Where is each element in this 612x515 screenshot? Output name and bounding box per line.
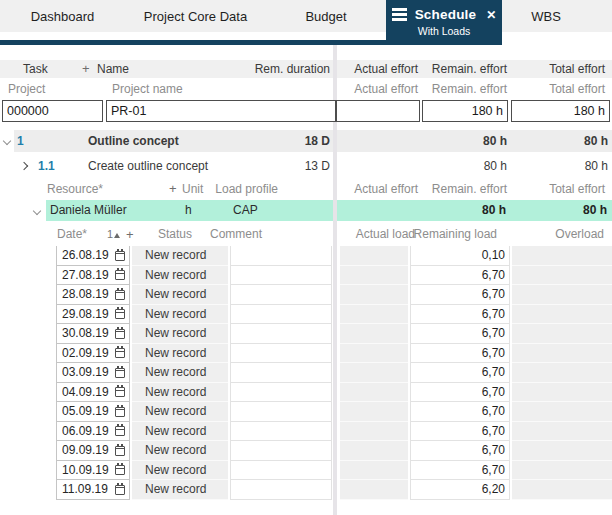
- remaining-load-cell[interactable]: 6,70: [410, 402, 510, 422]
- date-cell[interactable]: 30.08.19: [56, 324, 130, 344]
- comment-cell[interactable]: [230, 461, 332, 481]
- remaining-load-cell[interactable]: 6,70: [410, 461, 510, 481]
- add-column-icon[interactable]: +: [126, 224, 134, 245]
- comment-cell[interactable]: [230, 441, 332, 461]
- calendar-icon[interactable]: [115, 465, 125, 475]
- calendar-icon[interactable]: [115, 251, 125, 261]
- load-row[interactable]: 09.09.19 New record 6,70: [0, 441, 612, 461]
- load-row[interactable]: 06.09.19 New record 6,70: [0, 422, 612, 442]
- calendar-icon[interactable]: [115, 407, 125, 417]
- resource-remain-effort: 80 h: [482, 200, 506, 221]
- load-row[interactable]: 11.09.19 New record 6,20: [0, 480, 612, 500]
- tab-schedule-active[interactable]: Schedule ✕ With Loads: [386, 0, 502, 45]
- load-row[interactable]: 10.09.19 New record 6,70: [0, 461, 612, 481]
- comment-cell[interactable]: [230, 266, 332, 286]
- close-icon[interactable]: ✕: [486, 8, 496, 22]
- date-cell[interactable]: 10.09.19: [56, 461, 130, 481]
- comment-cell[interactable]: [230, 402, 332, 422]
- task-row-1[interactable]: 1 Outline concept 18 D 80 h 80 h: [0, 130, 612, 152]
- project-total-effort-field[interactable]: [511, 100, 610, 122]
- date-cell[interactable]: 29.08.19: [56, 305, 130, 325]
- calendar-icon[interactable]: [115, 426, 125, 436]
- actual-load-cell: [340, 285, 408, 305]
- comment-cell[interactable]: [230, 480, 332, 500]
- calendar-icon[interactable]: [115, 348, 125, 358]
- calendar-icon[interactable]: [115, 368, 125, 378]
- calendar-icon[interactable]: [115, 270, 125, 280]
- date-cell[interactable]: 03.09.19: [56, 363, 130, 383]
- load-row[interactable]: 27.08.19 New record 6,70: [0, 266, 612, 286]
- resource-row-selected[interactable]: Daniela Müller h CAP 80 h 80 h: [0, 200, 612, 221]
- tab-budget[interactable]: Budget: [266, 0, 386, 32]
- load-row[interactable]: 05.09.19 New record 6,70: [0, 402, 612, 422]
- task-rem-duration: 18 D: [305, 130, 330, 152]
- col-actual-effort-label: Actual effort: [354, 80, 418, 98]
- menu-icon[interactable]: [392, 8, 407, 21]
- resource-header-row: Resource* + Unit Load profile Actual eff…: [0, 180, 612, 198]
- calendar-icon[interactable]: [115, 329, 125, 339]
- load-row[interactable]: 29.08.19 New record 6,70: [0, 305, 612, 325]
- project-actual-effort-field[interactable]: [336, 100, 420, 122]
- load-row[interactable]: 04.09.19 New record 6,70: [0, 383, 612, 403]
- col-status-label: Status: [158, 224, 192, 245]
- load-row[interactable]: 30.08.19 New record 6,70: [0, 324, 612, 344]
- calendar-icon[interactable]: [115, 309, 125, 319]
- comment-cell[interactable]: [230, 246, 332, 266]
- date-cell[interactable]: 11.09.19: [56, 480, 130, 500]
- tab-dashboard[interactable]: Dashboard: [0, 0, 125, 32]
- date-cell[interactable]: 09.09.19: [56, 441, 130, 461]
- col-total-effort-label: Total effort: [549, 80, 605, 98]
- chevron-right-icon[interactable]: [20, 162, 28, 170]
- load-row[interactable]: 03.09.19 New record 6,70: [0, 363, 612, 383]
- schedule-with-loads-screen: Dashboard Project Core Data Budget Sched…: [0, 0, 612, 515]
- remaining-load-cell[interactable]: 6,70: [410, 441, 510, 461]
- calendar-icon[interactable]: [115, 446, 125, 456]
- remaining-load-cell[interactable]: 0,10: [410, 246, 510, 266]
- comment-cell[interactable]: [230, 285, 332, 305]
- comment-cell[interactable]: [230, 305, 332, 325]
- comment-cell[interactable]: [230, 324, 332, 344]
- remaining-load-cell[interactable]: 6,70: [410, 324, 510, 344]
- tab-wbs[interactable]: WBS: [502, 0, 590, 32]
- remaining-load-cell[interactable]: 6,70: [410, 266, 510, 286]
- comment-cell[interactable]: [230, 344, 332, 364]
- add-column-icon[interactable]: +: [82, 60, 90, 78]
- load-row[interactable]: 26.08.19 New record 0,10: [0, 246, 612, 266]
- remaining-load-cell[interactable]: 6,20: [410, 480, 510, 500]
- task-row-1-1[interactable]: 1.1 Create outline concept 13 D 80 h 80 …: [0, 157, 612, 176]
- date-cell[interactable]: 28.08.19: [56, 285, 130, 305]
- project-remain-effort-field[interactable]: [422, 100, 508, 122]
- load-row[interactable]: 28.08.19 New record 6,70: [0, 285, 612, 305]
- calendar-icon[interactable]: [115, 290, 125, 300]
- chevron-down-icon[interactable]: [33, 207, 41, 215]
- remaining-load-cell[interactable]: 6,70: [410, 383, 510, 403]
- date-cell[interactable]: 27.08.19: [56, 266, 130, 286]
- task-wbs-number[interactable]: 1: [17, 130, 24, 152]
- sort-ascending-icon[interactable]: 1: [107, 224, 121, 245]
- comment-cell[interactable]: [230, 422, 332, 442]
- calendar-icon[interactable]: [115, 387, 125, 397]
- date-cell[interactable]: 26.08.19: [56, 246, 130, 266]
- project-header-row: Project Project name Actual effort Remai…: [0, 80, 612, 98]
- comment-cell[interactable]: [230, 383, 332, 403]
- add-column-icon[interactable]: +: [169, 180, 177, 198]
- date-cell[interactable]: 02.09.19: [56, 344, 130, 364]
- task-wbs-number[interactable]: 1.1: [38, 157, 55, 176]
- remaining-load-cell[interactable]: 6,70: [410, 344, 510, 364]
- tab-project-core-data[interactable]: Project Core Data: [125, 0, 266, 32]
- comment-cell[interactable]: [230, 363, 332, 383]
- date-cell[interactable]: 05.09.19: [56, 402, 130, 422]
- remaining-load-cell[interactable]: 6,70: [410, 305, 510, 325]
- date-cell[interactable]: 04.09.19: [56, 383, 130, 403]
- remaining-load-cell[interactable]: 6,70: [410, 422, 510, 442]
- remaining-load-cell[interactable]: 6,70: [410, 363, 510, 383]
- chevron-down-icon[interactable]: [3, 137, 11, 145]
- load-row[interactable]: 02.09.19 New record 6,70: [0, 344, 612, 364]
- tab-wbs-label: WBS: [531, 9, 561, 24]
- project-id-field[interactable]: [2, 100, 103, 122]
- status-cell: New record: [132, 383, 228, 403]
- calendar-icon[interactable]: [115, 485, 125, 495]
- remaining-load-cell[interactable]: 6,70: [410, 285, 510, 305]
- project-name-field[interactable]: [106, 100, 336, 122]
- date-cell[interactable]: 06.09.19: [56, 422, 130, 442]
